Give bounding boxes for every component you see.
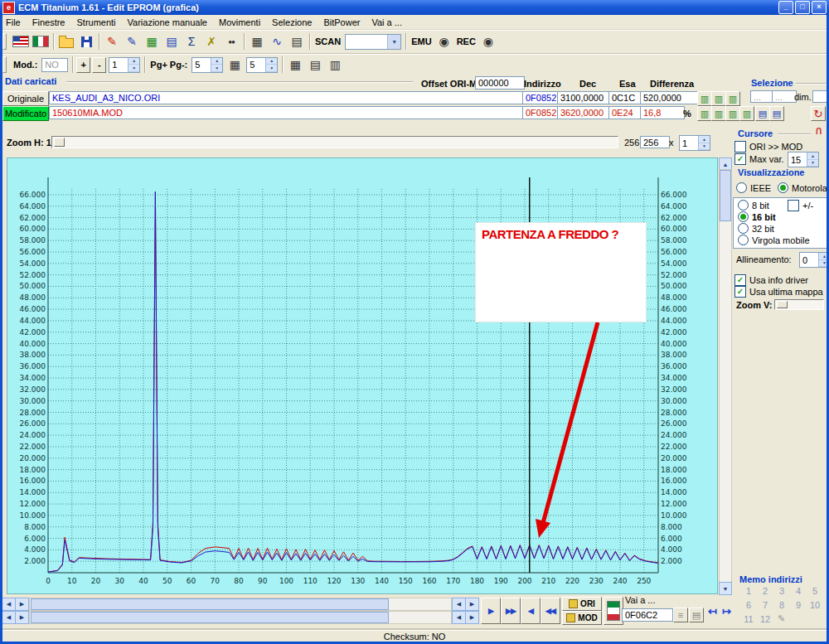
- modificato-file-field[interactable]: 150610MIA.MOD: [49, 106, 526, 119]
- spin-up-icon[interactable]: ▲: [807, 153, 818, 160]
- memo-slot-2[interactable]: 2: [758, 586, 773, 596]
- dropdown-arrow-icon[interactable]: ▼: [387, 35, 400, 49]
- table-view-icon[interactable]: ▦: [247, 31, 267, 51]
- bit8-radio[interactable]: 8 bit: [738, 200, 769, 211]
- spin-up-icon[interactable]: ▲: [266, 58, 277, 65]
- memo-slot-10[interactable]: 10: [807, 600, 822, 610]
- checkbox-check-icon[interactable]: ✓: [734, 286, 746, 298]
- table-add-icon[interactable]: ▤: [162, 31, 182, 51]
- vertical-scrollbar[interactable]: [719, 169, 732, 583]
- scroll-down-button[interactable]: ▼: [719, 582, 732, 595]
- close-button[interactable]: ×: [812, 1, 827, 14]
- rows-select-icon[interactable]: ▥: [725, 106, 740, 121]
- rows-select-icon[interactable]: ▥: [739, 106, 754, 121]
- mod-scroll-left-button[interactable]: ◀: [2, 611, 16, 624]
- zoom-count-field[interactable]: 256: [640, 136, 670, 148]
- checkbox-box[interactable]: [734, 141, 746, 153]
- edit-mod-icon[interactable]: ✎: [122, 31, 142, 51]
- motorola-radio[interactable]: Motorola: [778, 182, 827, 193]
- increase-button[interactable]: +: [76, 57, 90, 73]
- pg-plus-spinner[interactable]: 5▲▼: [191, 57, 223, 73]
- allineamento-spinner[interactable]: 0▲▼: [799, 252, 829, 268]
- spin-down-icon[interactable]: ▼: [807, 160, 818, 167]
- menu-selezione[interactable]: Selezione: [266, 17, 318, 28]
- mod-scroll-thumb[interactable]: [31, 612, 389, 623]
- slider-thumb[interactable]: [54, 138, 65, 147]
- originale-file-field[interactable]: KES_AUDI_A3_NICO.ORI: [49, 91, 526, 104]
- menu-file[interactable]: File: [0, 17, 27, 28]
- mod-view-button[interactable]: MOD: [562, 611, 602, 625]
- plusminus-checkbox[interactable]: +/-: [788, 200, 813, 211]
- last-map-button[interactable]: ▶▶: [501, 598, 521, 624]
- memo-slot-5[interactable]: 5: [807, 586, 822, 596]
- find-icon[interactable]: ●●: [221, 31, 241, 51]
- next-map-button[interactable]: ▶: [481, 598, 501, 624]
- ori-view-button[interactable]: ORI: [562, 597, 602, 611]
- usa-ultima-mappa-checkbox[interactable]: ✓Usa ultima mappa: [734, 286, 823, 298]
- max-var-spinner[interactable]: 15▲▼: [788, 152, 819, 167]
- spin-down-icon[interactable]: ▼: [128, 65, 139, 72]
- table-mid-icon[interactable]: ▦: [225, 55, 245, 75]
- radio-circle[interactable]: [738, 235, 749, 245]
- radio-circle[interactable]: [738, 211, 749, 222]
- graph-view-icon[interactable]: ∿: [267, 31, 287, 51]
- ori-scroll-thumb[interactable]: [31, 598, 389, 610]
- open-file-button[interactable]: [56, 31, 76, 51]
- memo-slot-12[interactable]: 12: [758, 614, 773, 624]
- delete-icon[interactable]: ✗: [201, 31, 221, 51]
- address-list-icon[interactable]: ≡: [673, 608, 688, 622]
- radio-circle[interactable]: [738, 200, 749, 211]
- menu-strumenti[interactable]: Strumenti: [70, 17, 121, 28]
- titlebar[interactable]: e ECM Titanium 1.61 - Edit EPROM (grafic…: [0, 0, 829, 15]
- ori-scroll-right-end-button[interactable]: ▶: [465, 598, 479, 611]
- mod-scroll-right-end-button[interactable]: ▶: [465, 611, 479, 624]
- maximize-button[interactable]: □: [795, 1, 810, 14]
- goto-forward-icon[interactable]: ↦: [722, 605, 731, 617]
- checkbox-check-icon[interactable]: ✓: [734, 153, 746, 165]
- spin-up-icon[interactable]: ▲: [699, 136, 710, 143]
- memo-slot-7[interactable]: 7: [758, 600, 773, 610]
- rec-led-icon[interactable]: ◉: [478, 31, 498, 51]
- ori-scroll-left-end-button[interactable]: ◀: [452, 598, 466, 611]
- memo-edit-icon[interactable]: ✎: [778, 613, 785, 624]
- language-us-button[interactable]: [11, 31, 31, 51]
- prev-map-button[interactable]: ◀: [521, 598, 541, 624]
- zoom-v-slider[interactable]: [774, 299, 824, 310]
- memo-slot-6[interactable]: 6: [741, 600, 756, 610]
- slider-thumb[interactable]: [777, 301, 788, 308]
- refresh-icon[interactable]: ↻: [811, 106, 826, 121]
- originale-button[interactable]: Originale: [2, 91, 49, 106]
- chart-area[interactable]: 0102030405060708090100110120130140150160…: [7, 157, 718, 594]
- pg-minus-spinner[interactable]: 5▲▼: [246, 57, 278, 73]
- edit-ori-icon[interactable]: ✎: [102, 31, 122, 51]
- toolbar-grip[interactable]: [2, 33, 7, 50]
- usa-info-driver-checkbox[interactable]: ✓Usa info driver: [734, 274, 808, 286]
- page-copy-icon[interactable]: ▤: [755, 106, 770, 121]
- sum-icon[interactable]: Σ: [182, 31, 201, 51]
- ori-scroll-right-button[interactable]: ▶: [15, 598, 29, 611]
- menu-variazione-manuale[interactable]: Variazione manuale: [122, 17, 213, 28]
- table-columns-icon[interactable]: ▦: [285, 55, 305, 75]
- spin-down-icon[interactable]: ▼: [211, 65, 222, 72]
- toolbar-grip[interactable]: [2, 56, 7, 73]
- zoom-mult-spinner[interactable]: 1▲▼: [679, 135, 710, 151]
- radio-circle[interactable]: [738, 223, 749, 234]
- step-spinner[interactable]: 1▲▼: [109, 57, 140, 73]
- selezione-to-field[interactable]: ...: [772, 90, 797, 103]
- save-file-button[interactable]: [76, 31, 96, 51]
- language-it-button[interactable]: [31, 31, 51, 51]
- mod-scroll-left-end-button[interactable]: ◀: [452, 611, 466, 624]
- first-map-button[interactable]: ◀◀: [541, 598, 560, 624]
- radio-circle[interactable]: [736, 182, 747, 193]
- menu-movimenti[interactable]: Movimenti: [213, 17, 266, 28]
- menu-finestre[interactable]: Finestre: [27, 17, 71, 28]
- rows-select-icon[interactable]: ▥: [711, 106, 726, 121]
- checkbox-box[interactable]: [788, 200, 799, 211]
- radio-circle[interactable]: [778, 182, 788, 193]
- checkbox-check-icon[interactable]: ✓: [734, 274, 746, 286]
- columns-select-icon[interactable]: ▥: [711, 91, 726, 106]
- rows-select-icon[interactable]: ▥: [697, 106, 712, 121]
- vai-a-address-field[interactable]: 0F06C2: [622, 608, 673, 622]
- scan-dropdown[interactable]: ▼: [345, 34, 401, 50]
- grid-view-icon[interactable]: ▤: [287, 31, 307, 51]
